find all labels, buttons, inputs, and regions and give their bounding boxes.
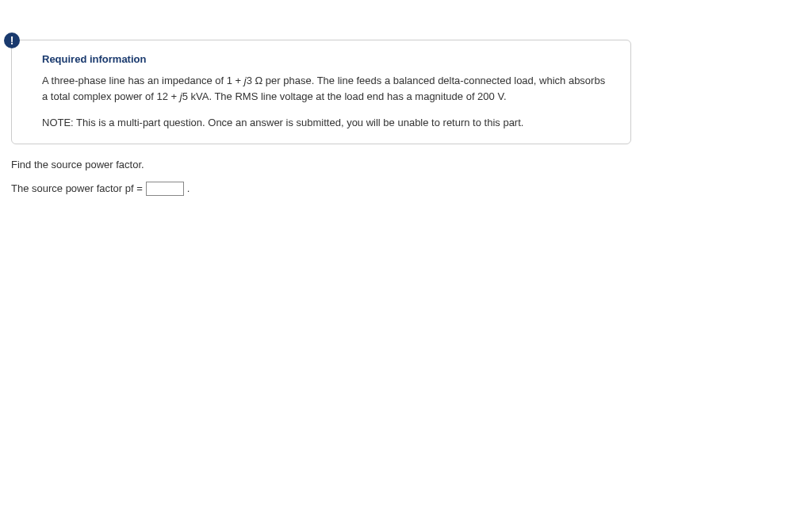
answer-suffix-label: . xyxy=(187,182,190,194)
question-prompt: Find the source power factor. xyxy=(11,159,801,170)
text-segment: 5 kVA. The RMS line voltage at the load … xyxy=(182,90,507,102)
required-information-title: Required information xyxy=(42,53,615,65)
answer-prefix-label: The source power factor pf = xyxy=(11,182,143,194)
text-segment: A three-phase line has an impedance of 1… xyxy=(42,75,244,86)
answer-line: The source power factor pf = . xyxy=(11,182,801,196)
required-information-box: ! Required information A three-phase lin… xyxy=(11,40,631,144)
required-information-paragraph: A three-phase line has an impedance of 1… xyxy=(42,73,613,104)
required-information-note: NOTE: This is a multi-part question. Onc… xyxy=(42,115,615,131)
info-icon: ! xyxy=(4,33,20,48)
power-factor-input[interactable] xyxy=(146,182,184,196)
